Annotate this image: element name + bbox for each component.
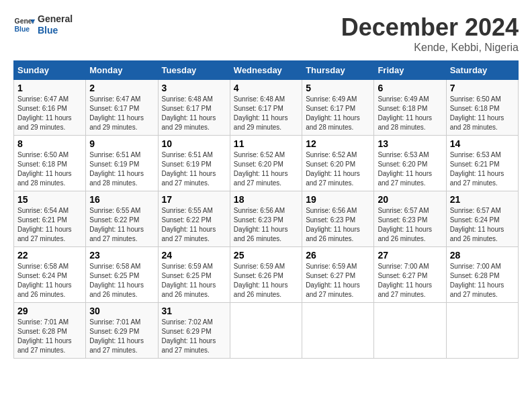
day-number: 15 [17,194,82,205]
day-number: 17 [162,194,226,205]
day-cell: 29 Sunrise: 7:01 AMSunset: 6:28 PMDaylig… [14,303,86,359]
day-cell [230,303,302,359]
day-number: 19 [306,194,370,205]
header-wednesday: Wednesday [230,61,302,80]
day-cell [446,303,518,359]
day-cell: 24 Sunrise: 6:59 AMSunset: 6:25 PMDaylig… [158,247,230,303]
day-cell: 28 Sunrise: 7:00 AMSunset: 6:28 PMDaylig… [446,247,518,303]
day-info: Sunrise: 6:48 AMSunset: 6:17 PMDaylight:… [234,95,298,132]
day-cell: 1 Sunrise: 6:47 AMSunset: 6:16 PMDayligh… [14,80,86,136]
day-cell: 4 Sunrise: 6:48 AMSunset: 6:17 PMDayligh… [230,80,302,136]
page-header: General Blue General Blue December 2024 … [13,13,519,54]
day-cell: 8 Sunrise: 6:50 AMSunset: 6:18 PMDayligh… [14,136,86,191]
day-cell: 13 Sunrise: 6:53 AMSunset: 6:20 PMDaylig… [374,136,446,191]
day-info: Sunrise: 7:00 AMSunset: 6:28 PMDaylight:… [450,262,515,300]
day-info: Sunrise: 6:59 AMSunset: 6:26 PMDaylight:… [234,262,298,300]
day-cell: 22 Sunrise: 6:58 AMSunset: 6:24 PMDaylig… [14,247,86,303]
calendar-table: SundayMondayTuesdayWednesdayThursdayFrid… [13,60,519,359]
title-block: December 2024 Kende, Kebbi, Nigeria [341,13,519,54]
header-sunday: Sunday [14,61,86,80]
day-info: Sunrise: 6:59 AMSunset: 6:27 PMDaylight:… [306,262,370,300]
day-number: 13 [378,138,442,149]
svg-text:Blue: Blue [15,25,30,32]
day-number: 11 [234,138,298,149]
day-info: Sunrise: 6:51 AMSunset: 6:19 PMDaylight:… [162,150,226,188]
day-info: Sunrise: 6:58 AMSunset: 6:25 PMDaylight:… [89,262,154,300]
day-cell: 11 Sunrise: 6:52 AMSunset: 6:20 PMDaylig… [230,136,302,191]
logo: General Blue General Blue [13,13,73,36]
day-info: Sunrise: 6:59 AMSunset: 6:25 PMDaylight:… [162,262,226,300]
day-info: Sunrise: 6:55 AMSunset: 6:22 PMDaylight:… [162,206,226,244]
day-cell: 20 Sunrise: 6:57 AMSunset: 6:23 PMDaylig… [374,191,446,247]
day-info: Sunrise: 6:50 AMSunset: 6:18 PMDaylight:… [17,150,82,188]
day-number: 10 [162,138,226,149]
day-cell: 19 Sunrise: 6:56 AMSunset: 6:23 PMDaylig… [302,191,374,247]
header-thursday: Thursday [302,61,374,80]
day-cell: 30 Sunrise: 7:01 AMSunset: 6:29 PMDaylig… [86,303,158,359]
day-info: Sunrise: 7:01 AMSunset: 6:29 PMDaylight:… [89,318,154,355]
day-number: 29 [17,306,82,316]
week-row-2: 8 Sunrise: 6:50 AMSunset: 6:18 PMDayligh… [14,136,519,191]
day-number: 23 [89,250,154,261]
day-number: 4 [234,83,298,93]
day-number: 2 [89,83,154,93]
day-number: 16 [89,194,154,205]
day-cell: 18 Sunrise: 6:56 AMSunset: 6:23 PMDaylig… [230,191,302,247]
day-cell: 3 Sunrise: 6:48 AMSunset: 6:17 PMDayligh… [158,80,230,136]
day-number: 27 [378,250,442,261]
day-info: Sunrise: 6:57 AMSunset: 6:24 PMDaylight:… [450,206,515,244]
day-number: 18 [234,194,298,205]
header-saturday: Saturday [446,61,518,80]
day-number: 25 [234,250,298,261]
header-friday: Friday [374,61,446,80]
day-cell: 21 Sunrise: 6:57 AMSunset: 6:24 PMDaylig… [446,191,518,247]
day-number: 9 [89,138,154,149]
header-tuesday: Tuesday [158,61,230,80]
day-info: Sunrise: 7:00 AMSunset: 6:27 PMDaylight:… [378,262,442,300]
day-number: 24 [162,250,226,261]
day-cell: 15 Sunrise: 6:54 AMSunset: 6:21 PMDaylig… [14,191,86,247]
day-info: Sunrise: 6:49 AMSunset: 6:17 PMDaylight:… [306,95,370,132]
day-number: 3 [162,83,226,93]
header-monday: Monday [86,61,158,80]
day-info: Sunrise: 6:56 AMSunset: 6:23 PMDaylight:… [306,206,370,244]
day-cell [302,303,374,359]
day-cell: 2 Sunrise: 6:47 AMSunset: 6:17 PMDayligh… [86,80,158,136]
day-cell: 9 Sunrise: 6:51 AMSunset: 6:19 PMDayligh… [86,136,158,191]
day-number: 7 [450,83,515,93]
day-info: Sunrise: 6:52 AMSunset: 6:20 PMDaylight:… [306,150,370,188]
day-number: 5 [306,83,370,93]
day-cell: 12 Sunrise: 6:52 AMSunset: 6:20 PMDaylig… [302,136,374,191]
day-info: Sunrise: 6:52 AMSunset: 6:20 PMDaylight:… [234,150,298,188]
day-cell [374,303,446,359]
day-number: 8 [17,138,82,149]
day-number: 1 [17,83,82,93]
day-cell: 25 Sunrise: 6:59 AMSunset: 6:26 PMDaylig… [230,247,302,303]
week-row-3: 15 Sunrise: 6:54 AMSunset: 6:21 PMDaylig… [14,191,519,247]
day-number: 26 [306,250,370,261]
day-cell: 27 Sunrise: 7:00 AMSunset: 6:27 PMDaylig… [374,247,446,303]
week-row-4: 22 Sunrise: 6:58 AMSunset: 6:24 PMDaylig… [14,247,519,303]
day-info: Sunrise: 6:51 AMSunset: 6:19 PMDaylight:… [89,150,154,188]
day-number: 31 [162,306,226,316]
day-info: Sunrise: 6:57 AMSunset: 6:23 PMDaylight:… [378,206,442,244]
day-info: Sunrise: 7:02 AMSunset: 6:29 PMDaylight:… [162,318,226,355]
day-number: 6 [378,83,442,93]
day-info: Sunrise: 7:01 AMSunset: 6:28 PMDaylight:… [17,318,82,355]
day-cell: 6 Sunrise: 6:49 AMSunset: 6:18 PMDayligh… [374,80,446,136]
logo-icon: General Blue [13,14,35,36]
day-info: Sunrise: 6:53 AMSunset: 6:20 PMDaylight:… [378,150,442,188]
day-cell: 16 Sunrise: 6:55 AMSunset: 6:22 PMDaylig… [86,191,158,247]
day-cell: 17 Sunrise: 6:55 AMSunset: 6:22 PMDaylig… [158,191,230,247]
day-number: 22 [17,250,82,261]
week-row-5: 29 Sunrise: 7:01 AMSunset: 6:28 PMDaylig… [14,303,519,359]
day-info: Sunrise: 6:48 AMSunset: 6:17 PMDaylight:… [162,95,226,132]
day-info: Sunrise: 6:56 AMSunset: 6:23 PMDaylight:… [234,206,298,244]
week-row-1: 1 Sunrise: 6:47 AMSunset: 6:16 PMDayligh… [14,80,519,136]
day-number: 12 [306,138,370,149]
day-cell: 31 Sunrise: 7:02 AMSunset: 6:29 PMDaylig… [158,303,230,359]
day-info: Sunrise: 6:47 AMSunset: 6:16 PMDaylight:… [17,95,82,132]
day-info: Sunrise: 6:54 AMSunset: 6:21 PMDaylight:… [17,206,82,244]
day-cell: 26 Sunrise: 6:59 AMSunset: 6:27 PMDaylig… [302,247,374,303]
day-cell: 7 Sunrise: 6:50 AMSunset: 6:18 PMDayligh… [446,80,518,136]
